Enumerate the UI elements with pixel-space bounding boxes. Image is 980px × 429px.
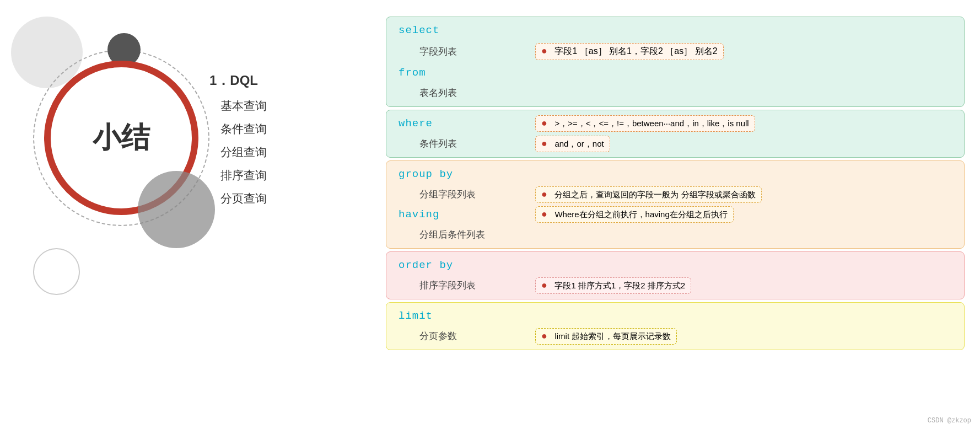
field-list-label: 字段列表 bbox=[419, 46, 457, 57]
where-row: where ● >，>=，<，<=，!=，between···and，in，li… bbox=[392, 115, 959, 132]
sort-field-list-label: 排序字段列表 bbox=[419, 280, 476, 291]
from-sub-col: 表名列表 bbox=[392, 84, 535, 102]
orderby-block: order by 排序字段列表 ● 字段1 排序方式1，字段2 排序方式2 bbox=[386, 251, 965, 299]
table-list-label: 表名列表 bbox=[419, 88, 457, 98]
menu-main-item: 1．DQL bbox=[209, 72, 267, 89]
from-keyword: from bbox=[399, 67, 426, 79]
limit-block: limit 分页参数 ● limit 起始索引，每页展示记录数 bbox=[386, 302, 965, 350]
orderby-sub-col: 排序字段列表 bbox=[392, 276, 535, 294]
decorative-circles: 小结 bbox=[0, 0, 276, 429]
menu-sub-page: 分页查询 bbox=[209, 191, 267, 206]
main-title: 小结 bbox=[93, 119, 150, 157]
where-keyword: where bbox=[399, 117, 433, 130]
orderby-badge: ● 字段1 排序方式1，字段2 排序方式2 bbox=[535, 277, 691, 294]
having-keyword: having bbox=[399, 208, 439, 221]
where-sub-col: 条件列表 bbox=[392, 135, 535, 153]
having-text: Where在分组之前执行，having在分组之后执行 bbox=[554, 210, 727, 219]
circle-small-white bbox=[33, 248, 80, 295]
from-row: from bbox=[392, 64, 959, 82]
select-detail-text: 字段1 ［as］ 别名1，字段2 ［as］ 别名2 bbox=[554, 46, 717, 56]
select-bullet: ● bbox=[541, 46, 547, 57]
select-keyword-col: select bbox=[392, 22, 535, 39]
select-sub-detail: ● 字段1 ［as］ 别名1，字段2 ［as］ 别名2 bbox=[535, 43, 724, 60]
orderby-sub-detail: ● 字段1 排序方式1，字段2 排序方式2 bbox=[535, 277, 691, 294]
orderby-sub-row: 排序字段列表 ● 字段1 排序方式1，字段2 排序方式2 bbox=[392, 276, 959, 294]
group-field-list-label: 分组字段列表 bbox=[419, 189, 476, 200]
orderby-keyword: order by bbox=[399, 259, 453, 271]
orderby-row: order by bbox=[392, 256, 959, 274]
page-params-label: 分页参数 bbox=[419, 331, 457, 341]
limit-badge: ● limit 起始索引，每页展示记录数 bbox=[535, 328, 677, 345]
having-row: having ● Where在分组之前执行，having在分组之后执行 bbox=[392, 206, 959, 223]
groupby-sub-col: 分组字段列表 bbox=[392, 185, 535, 203]
having-detail: ● Where在分组之前执行，having在分组之后执行 bbox=[535, 206, 734, 223]
groupby-row: group by bbox=[392, 165, 959, 183]
having-badge: ● Where在分组之前执行，having在分组之后执行 bbox=[535, 206, 734, 223]
menu-sub-basic: 基本查询 bbox=[209, 98, 267, 114]
groupby-badge: ● 分组之后，查询返回的字段一般为 分组字段或聚合函数 bbox=[535, 186, 762, 203]
groupby-sub-row: 分组字段列表 ● 分组之后，查询返回的字段一般为 分组字段或聚合函数 bbox=[392, 185, 959, 203]
orderby-bullet: ● bbox=[541, 280, 547, 291]
select-keyword: select bbox=[399, 24, 439, 36]
limit-keyword-col: limit bbox=[392, 307, 535, 325]
groupby-block: group by 分组字段列表 ● 分组之后，查询返回的字段一般为 分组字段或聚… bbox=[386, 160, 965, 249]
from-keyword-col: from bbox=[392, 64, 535, 82]
where-keyword-col: where bbox=[392, 115, 535, 132]
where-badge2: ● and，or，not bbox=[535, 136, 610, 152]
where-text1: >，>=，<，<=，!=，between···and，in，like，is nu… bbox=[554, 119, 749, 128]
having-keyword-col: having bbox=[392, 206, 535, 223]
limit-text: limit 起始索引，每页展示记录数 bbox=[554, 331, 671, 341]
menu-sub-condition: 条件查询 bbox=[209, 121, 267, 137]
circle-medium-gray bbox=[138, 171, 215, 248]
where-bullet2: ● bbox=[541, 138, 547, 149]
condition-list-label: 条件列表 bbox=[419, 138, 457, 149]
where-bullet1: ● bbox=[541, 118, 547, 129]
groupby-keyword-col: group by bbox=[392, 165, 535, 183]
having-condition-label: 分组后条件列表 bbox=[419, 229, 485, 240]
from-sub-row: 表名列表 bbox=[392, 84, 959, 102]
where-block: where ● >，>=，<，<=，!=，between···and，in，li… bbox=[386, 110, 965, 158]
limit-row: limit bbox=[392, 307, 959, 325]
groupby-text: 分组之后，查询返回的字段一般为 分组字段或聚合函数 bbox=[554, 190, 755, 199]
select-sub-row: 字段列表 ● 字段1 ［as］ 别名1，字段2 ［as］ 别名2 bbox=[392, 42, 959, 61]
groupby-bullet: ● bbox=[541, 189, 547, 200]
limit-keyword: limit bbox=[399, 310, 433, 322]
limit-sub-col: 分页参数 bbox=[392, 327, 535, 345]
groupby-sub-detail: ● 分组之后，查询返回的字段一般为 分组字段或聚合函数 bbox=[535, 186, 762, 203]
sql-diagram: select 字段列表 ● 字段1 ［as］ 别名1，字段2 ［as］ 别名2 … bbox=[386, 17, 965, 353]
orderby-keyword-col: order by bbox=[392, 256, 535, 274]
where-badge1: ● >，>=，<，<=，!=，between···and，in，like，is … bbox=[535, 115, 755, 132]
limit-sub-detail: ● limit 起始索引，每页展示记录数 bbox=[535, 328, 677, 345]
groupby-keyword: group by bbox=[399, 168, 453, 180]
select-sub-col: 字段列表 bbox=[392, 42, 535, 61]
menu-sub-group: 分组查询 bbox=[209, 144, 267, 160]
where-sub-row: 条件列表 ● and，or，not bbox=[392, 135, 959, 153]
limit-bullet: ● bbox=[541, 331, 547, 342]
having-sub-col: 分组后条件列表 bbox=[392, 226, 535, 244]
where-detail-line2: ● and，or，not bbox=[535, 136, 610, 152]
where-text2: and，or，not bbox=[554, 139, 604, 148]
having-bullet: ● bbox=[541, 209, 547, 220]
menu-sub-order: 排序查询 bbox=[209, 168, 267, 183]
menu-container: 1．DQL 基本查询 条件查询 分组查询 排序查询 分页查询 bbox=[209, 72, 267, 214]
watermark: CSDN @zkzop bbox=[928, 417, 971, 425]
orderby-text: 字段1 排序方式1，字段2 排序方式2 bbox=[554, 281, 685, 290]
select-row: select bbox=[392, 22, 959, 39]
having-sub-row: 分组后条件列表 bbox=[392, 226, 959, 244]
select-from-block: select 字段列表 ● 字段1 ［as］ 别名1，字段2 ［as］ 别名2 … bbox=[386, 17, 965, 107]
where-detail-line1: ● >，>=，<，<=，!=，between···and，in，like，is … bbox=[535, 115, 755, 132]
limit-sub-row: 分页参数 ● limit 起始索引，每页展示记录数 bbox=[392, 327, 959, 345]
select-detail-badge: ● 字段1 ［as］ 别名1，字段2 ［as］ 别名2 bbox=[535, 43, 724, 60]
